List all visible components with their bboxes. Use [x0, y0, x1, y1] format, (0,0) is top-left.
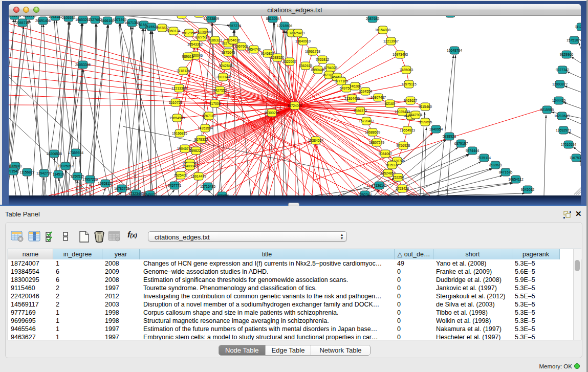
svg-text:16154808: 16154808 [375, 28, 390, 32]
svg-text:1325419: 1325419 [291, 31, 305, 35]
svg-text:12975115: 12975115 [401, 82, 417, 86]
svg-text:10688609: 10688609 [365, 130, 380, 134]
svg-text:1244415: 1244415 [552, 99, 566, 102]
svg-text:13640910: 13640910 [295, 39, 311, 43]
svg-text:417006: 417006 [209, 102, 221, 105]
svg-text:989613: 989613 [182, 55, 194, 58]
svg-text:8186323: 8186323 [208, 38, 222, 42]
svg-text:21364436: 21364436 [344, 97, 360, 100]
svg-text:18300295: 18300295 [264, 111, 279, 115]
svg-text:9463627: 9463627 [404, 99, 418, 102]
svg-text:19654985: 19654985 [169, 116, 185, 120]
svg-text:13524851: 13524851 [380, 171, 396, 175]
svg-text:5873685: 5873685 [175, 16, 189, 16]
svg-text:19975857: 19975857 [58, 164, 73, 168]
svg-text:15409949: 15409949 [182, 164, 198, 168]
svg-text:12213369: 12213369 [171, 86, 187, 90]
svg-text:9474444: 9474444 [466, 149, 480, 152]
svg-text:2803144: 2803144 [216, 75, 230, 79]
svg-text:14353594: 14353594 [198, 126, 213, 130]
svg-text:8813054: 8813054 [266, 17, 280, 20]
svg-text:9227342: 9227342 [556, 68, 570, 72]
svg-text:6466160: 6466160 [101, 19, 115, 23]
svg-text:9055714: 9055714 [23, 16, 37, 17]
svg-text:252254: 252254 [393, 176, 404, 179]
svg-text:16782759: 16782759 [114, 187, 129, 190]
svg-text:14136141: 14136141 [372, 184, 387, 187]
svg-text:12942737: 12942737 [36, 171, 52, 175]
svg-text:19384554: 19384554 [308, 139, 323, 142]
svg-text:2105532: 2105532 [62, 16, 76, 19]
svg-text:62160: 62160 [385, 102, 395, 105]
svg-text:11156827: 11156827 [19, 170, 34, 174]
svg-text:1447904: 1447904 [409, 113, 423, 117]
svg-text:1588520: 1588520 [271, 56, 285, 59]
svg-text:12093872: 12093872 [552, 82, 568, 86]
svg-text:6794028: 6794028 [324, 66, 338, 70]
svg-text:8960124: 8960124 [167, 29, 181, 33]
svg-text:13692971: 13692971 [556, 128, 571, 132]
svg-text:8990448: 8990448 [311, 68, 325, 72]
svg-text:10025433: 10025433 [395, 110, 410, 114]
svg-text:9146821: 9146821 [261, 52, 275, 55]
svg-text:4498222: 4498222 [189, 149, 203, 152]
svg-text:9756928: 9756928 [397, 144, 410, 147]
svg-text:9457771: 9457771 [168, 184, 182, 187]
svg-text:1854616: 1854616 [227, 38, 241, 42]
svg-text:9115460: 9115460 [419, 105, 432, 108]
svg-text:1615172: 1615172 [385, 163, 399, 167]
svg-text:9327503: 9327503 [195, 35, 209, 39]
svg-text:12213967: 12213967 [383, 39, 399, 43]
svg-text:7632621: 7632621 [489, 163, 503, 167]
svg-text:20206535: 20206535 [47, 152, 62, 156]
svg-text:5938923: 5938923 [443, 135, 456, 138]
svg-text:2087682: 2087682 [366, 17, 380, 20]
svg-text:1405571: 1405571 [9, 16, 21, 17]
svg-text:20691406: 20691406 [35, 19, 51, 23]
svg-text:15751074: 15751074 [567, 38, 581, 42]
svg-text:18807249: 18807249 [369, 141, 384, 144]
svg-text:15720407: 15720407 [359, 119, 374, 123]
svg-text:10807487: 10807487 [371, 96, 386, 99]
svg-text:1753426: 1753426 [396, 187, 409, 190]
svg-text:9242848: 9242848 [219, 64, 233, 68]
svg-text:1640954: 1640954 [429, 127, 443, 131]
svg-text:8427552: 8427552 [213, 89, 227, 92]
svg-text:18724007: 18724007 [287, 104, 302, 107]
svg-text:746266: 746266 [350, 84, 361, 88]
svg-text:1167534: 1167534 [570, 156, 581, 160]
svg-text:17010534: 17010534 [561, 143, 576, 146]
svg-text:2055714: 2055714 [16, 21, 30, 25]
svg-text:9084067: 9084067 [379, 152, 393, 156]
svg-text:16543362: 16543362 [187, 42, 203, 46]
svg-text:991542: 991542 [9, 169, 19, 173]
svg-text:7986372: 7986372 [354, 109, 367, 113]
svg-text:9699695: 9699695 [419, 120, 432, 124]
svg-text:16914479: 16914479 [191, 174, 206, 178]
svg-text:1112437: 1112437 [575, 25, 581, 29]
svg-text:7955812: 7955812 [316, 58, 330, 61]
svg-text:7485063: 7485063 [400, 68, 413, 72]
svg-text:8471676: 8471676 [499, 170, 513, 174]
svg-text:20053346: 20053346 [75, 63, 91, 67]
svg-text:8215955: 8215955 [540, 108, 554, 112]
svg-text:5875645: 5875645 [222, 51, 235, 54]
svg-text:1093151: 1093151 [49, 16, 62, 18]
svg-text:15716485: 15716485 [200, 185, 215, 188]
svg-text:10958117: 10958117 [98, 182, 113, 185]
svg-text:16033809: 16033809 [204, 17, 219, 20]
svg-text:1362615: 1362615 [299, 64, 313, 68]
svg-text:6379197: 6379197 [454, 142, 468, 145]
svg-text:1610755: 1610755 [169, 101, 183, 104]
svg-text:9329966: 9329966 [560, 53, 574, 56]
svg-text:10654112: 10654112 [508, 178, 524, 181]
svg-text:2718126: 2718126 [177, 69, 190, 73]
svg-text:9777169: 9777169 [335, 79, 349, 83]
svg-text:2935114: 2935114 [477, 156, 491, 160]
svg-text:8322037: 8322037 [283, 60, 297, 63]
svg-text:114519: 114519 [53, 172, 64, 176]
svg-text:9245012: 9245012 [521, 188, 535, 191]
svg-text:1527602: 1527602 [89, 18, 102, 21]
svg-text:8678332: 8678332 [194, 138, 208, 141]
svg-text:19654923: 19654923 [400, 128, 415, 132]
